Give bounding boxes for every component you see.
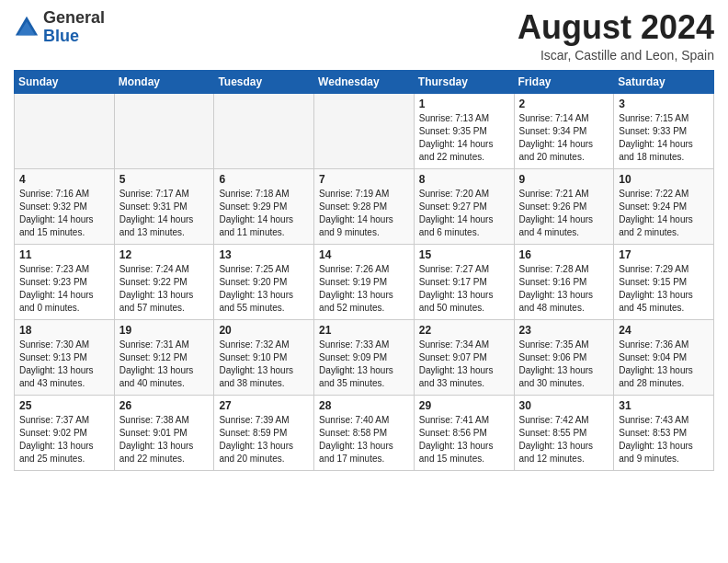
day-number: 1 <box>419 98 509 110</box>
day-number: 31 <box>619 399 709 412</box>
day-number: 15 <box>419 248 509 261</box>
cell-content: Sunrise: 7:37 AM Sunset: 9:02 PM Dayligh… <box>19 414 109 465</box>
day-number: 11 <box>19 248 109 261</box>
day-number: 14 <box>319 248 409 261</box>
calendar-cell: 20Sunrise: 7:32 AM Sunset: 9:10 PM Dayli… <box>214 319 314 395</box>
cell-content: Sunrise: 7:15 AM Sunset: 9:33 PM Dayligh… <box>619 112 709 164</box>
day-number: 5 <box>119 173 210 186</box>
cell-content: Sunrise: 7:41 AM Sunset: 8:56 PM Dayligh… <box>419 414 509 465</box>
calendar-cell: 2Sunrise: 7:14 AM Sunset: 9:34 PM Daylig… <box>514 93 614 168</box>
day-number: 26 <box>119 399 210 412</box>
calendar-cell <box>314 93 415 168</box>
calendar-cell: 21Sunrise: 7:33 AM Sunset: 9:09 PM Dayli… <box>314 319 415 395</box>
calendar-cell: 1Sunrise: 7:13 AM Sunset: 9:35 PM Daylig… <box>414 93 514 168</box>
day-header-monday: Monday <box>114 70 214 93</box>
calendar-cell: 15Sunrise: 7:27 AM Sunset: 9:17 PM Dayli… <box>414 244 514 319</box>
cell-content: Sunrise: 7:18 AM Sunset: 9:29 PM Dayligh… <box>219 188 309 239</box>
calendar-week-2: 4Sunrise: 7:16 AM Sunset: 9:32 PM Daylig… <box>15 168 714 244</box>
cell-content: Sunrise: 7:27 AM Sunset: 9:17 PM Dayligh… <box>419 263 509 315</box>
calendar-cell: 8Sunrise: 7:20 AM Sunset: 9:27 PM Daylig… <box>414 168 514 244</box>
calendar-cell: 31Sunrise: 7:43 AM Sunset: 8:53 PM Dayli… <box>614 395 714 470</box>
cell-content: Sunrise: 7:19 AM Sunset: 9:28 PM Dayligh… <box>319 188 409 239</box>
cell-content: Sunrise: 7:21 AM Sunset: 9:26 PM Dayligh… <box>519 188 609 239</box>
cell-content: Sunrise: 7:40 AM Sunset: 8:58 PM Dayligh… <box>319 414 409 465</box>
logo: General Blue <box>14 9 105 46</box>
calendar-cell: 12Sunrise: 7:24 AM Sunset: 9:22 PM Dayli… <box>114 244 214 319</box>
calendar-cell: 13Sunrise: 7:25 AM Sunset: 9:20 PM Dayli… <box>214 244 314 319</box>
cell-content: Sunrise: 7:35 AM Sunset: 9:06 PM Dayligh… <box>519 339 609 390</box>
day-number: 27 <box>219 399 309 412</box>
cell-content: Sunrise: 7:33 AM Sunset: 9:09 PM Dayligh… <box>319 339 409 390</box>
cell-content: Sunrise: 7:29 AM Sunset: 9:15 PM Dayligh… <box>619 263 709 315</box>
day-number: 20 <box>219 324 309 337</box>
day-header-sunday: Sunday <box>15 70 115 93</box>
cell-content: Sunrise: 7:24 AM Sunset: 9:22 PM Dayligh… <box>119 263 210 315</box>
calendar-cell: 28Sunrise: 7:40 AM Sunset: 8:58 PM Dayli… <box>314 395 415 470</box>
cell-content: Sunrise: 7:20 AM Sunset: 9:27 PM Dayligh… <box>419 188 509 239</box>
cell-content: Sunrise: 7:36 AM Sunset: 9:04 PM Dayligh… <box>619 339 709 390</box>
title-block: August 2024 Iscar, Castille and Leon, Sp… <box>518 9 714 63</box>
day-number: 30 <box>519 399 609 412</box>
calendar-cell: 29Sunrise: 7:41 AM Sunset: 8:56 PM Dayli… <box>414 395 514 470</box>
calendar-table: SundayMondayTuesdayWednesdayThursdayFrid… <box>14 70 714 471</box>
cell-content: Sunrise: 7:34 AM Sunset: 9:07 PM Dayligh… <box>419 339 509 390</box>
cell-content: Sunrise: 7:17 AM Sunset: 9:31 PM Dayligh… <box>119 188 210 239</box>
calendar-body: 1Sunrise: 7:13 AM Sunset: 9:35 PM Daylig… <box>15 93 714 470</box>
logo-general-text: General <box>43 8 105 27</box>
cell-content: Sunrise: 7:43 AM Sunset: 8:53 PM Dayligh… <box>619 414 709 465</box>
calendar-cell: 14Sunrise: 7:26 AM Sunset: 9:19 PM Dayli… <box>314 244 415 319</box>
logo-icon <box>14 15 40 40</box>
day-number: 25 <box>19 399 109 412</box>
cell-content: Sunrise: 7:31 AM Sunset: 9:12 PM Dayligh… <box>119 339 210 390</box>
day-number: 23 <box>519 324 609 337</box>
day-number: 16 <box>519 248 609 261</box>
day-header-tuesday: Tuesday <box>214 70 314 93</box>
day-number: 7 <box>319 173 409 186</box>
day-header-friday: Friday <box>514 70 614 93</box>
calendar-cell: 6Sunrise: 7:18 AM Sunset: 9:29 PM Daylig… <box>214 168 314 244</box>
cell-content: Sunrise: 7:38 AM Sunset: 9:01 PM Dayligh… <box>119 414 210 465</box>
day-number: 13 <box>219 248 309 261</box>
day-number: 22 <box>419 324 509 337</box>
day-header-saturday: Saturday <box>614 70 714 93</box>
cell-content: Sunrise: 7:14 AM Sunset: 9:34 PM Dayligh… <box>519 112 609 164</box>
calendar-cell: 30Sunrise: 7:42 AM Sunset: 8:55 PM Dayli… <box>514 395 614 470</box>
day-number: 12 <box>119 248 210 261</box>
calendar-cell: 17Sunrise: 7:29 AM Sunset: 9:15 PM Dayli… <box>614 244 714 319</box>
calendar-cell: 26Sunrise: 7:38 AM Sunset: 9:01 PM Dayli… <box>114 395 214 470</box>
cell-content: Sunrise: 7:13 AM Sunset: 9:35 PM Dayligh… <box>419 112 509 164</box>
calendar-cell: 18Sunrise: 7:30 AM Sunset: 9:13 PM Dayli… <box>15 319 115 395</box>
cell-content: Sunrise: 7:23 AM Sunset: 9:23 PM Dayligh… <box>19 263 109 315</box>
calendar-cell: 9Sunrise: 7:21 AM Sunset: 9:26 PM Daylig… <box>514 168 614 244</box>
day-number: 4 <box>19 173 109 186</box>
day-header-wednesday: Wednesday <box>314 70 415 93</box>
calendar-cell: 10Sunrise: 7:22 AM Sunset: 9:24 PM Dayli… <box>614 168 714 244</box>
cell-content: Sunrise: 7:25 AM Sunset: 9:20 PM Dayligh… <box>219 263 309 315</box>
day-number: 21 <box>319 324 409 337</box>
calendar-cell: 5Sunrise: 7:17 AM Sunset: 9:31 PM Daylig… <box>114 168 214 244</box>
calendar-cell: 19Sunrise: 7:31 AM Sunset: 9:12 PM Dayli… <box>114 319 214 395</box>
calendar-week-1: 1Sunrise: 7:13 AM Sunset: 9:35 PM Daylig… <box>15 93 714 168</box>
calendar-cell: 27Sunrise: 7:39 AM Sunset: 8:59 PM Dayli… <box>214 395 314 470</box>
location-subtitle: Iscar, Castille and Leon, Spain <box>518 48 714 63</box>
page-header: General Blue August 2024 Iscar, Castille… <box>14 9 714 63</box>
day-number: 9 <box>519 173 609 186</box>
calendar-cell: 3Sunrise: 7:15 AM Sunset: 9:33 PM Daylig… <box>614 93 714 168</box>
calendar-cell: 4Sunrise: 7:16 AM Sunset: 9:32 PM Daylig… <box>15 168 115 244</box>
calendar-cell: 16Sunrise: 7:28 AM Sunset: 9:16 PM Dayli… <box>514 244 614 319</box>
cell-content: Sunrise: 7:30 AM Sunset: 9:13 PM Dayligh… <box>19 339 109 390</box>
day-number: 10 <box>619 173 709 186</box>
calendar-cell <box>15 93 115 168</box>
cell-content: Sunrise: 7:32 AM Sunset: 9:10 PM Dayligh… <box>219 339 309 390</box>
logo-blue-text: Blue <box>43 27 79 45</box>
cell-content: Sunrise: 7:28 AM Sunset: 9:16 PM Dayligh… <box>519 263 609 315</box>
day-number: 24 <box>619 324 709 337</box>
calendar-cell <box>214 93 314 168</box>
day-number: 29 <box>419 399 509 412</box>
day-number: 17 <box>619 248 709 261</box>
calendar-header-row: SundayMondayTuesdayWednesdayThursdayFrid… <box>15 70 714 93</box>
cell-content: Sunrise: 7:39 AM Sunset: 8:59 PM Dayligh… <box>219 414 309 465</box>
calendar-cell: 23Sunrise: 7:35 AM Sunset: 9:06 PM Dayli… <box>514 319 614 395</box>
day-number: 18 <box>19 324 109 337</box>
day-number: 3 <box>619 98 709 110</box>
